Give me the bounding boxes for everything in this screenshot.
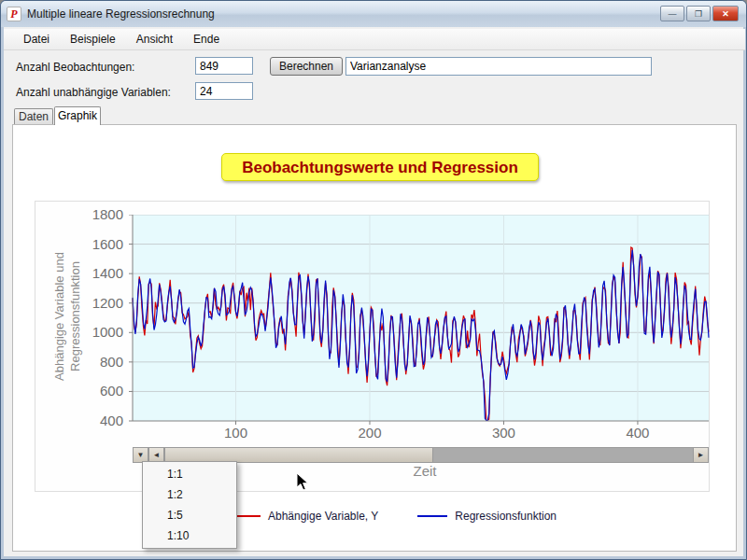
variables-input[interactable] [195, 82, 253, 100]
legend-label-regression: Regressionsfunktion [455, 510, 557, 523]
tab-daten[interactable]: Daten [14, 108, 53, 124]
chart-title: Beobachtungswerte und Regression [221, 153, 539, 181]
chart-plot [127, 215, 711, 427]
zoom-menu-item[interactable]: 1:5 [143, 505, 236, 525]
observations-label: Anzahl Beobachtungen: [16, 61, 134, 74]
menubar: Datei Beispiele Ansicht Ende [4, 29, 745, 50]
maximize-button[interactable]: ❐ [686, 6, 711, 21]
y-axis-label: Abhängige Variable und Regressionsfunkti… [51, 195, 83, 438]
window-title: Multiple lineare Regressionsrechnung [27, 7, 215, 21]
x-axis-title: Zeit [378, 463, 472, 479]
close-button[interactable]: ✕ [712, 6, 739, 21]
zoom-menu-item[interactable]: 1:2 [143, 484, 236, 505]
analysis-input[interactable] [345, 57, 652, 76]
app-icon: P [7, 7, 21, 21]
mouse-cursor [296, 472, 311, 497]
zoom-scale-menu: 1:11:21:51:10 [142, 461, 237, 549]
legend-line-regression [417, 515, 447, 517]
zoom-menu-item[interactable]: 1:1 [143, 464, 236, 484]
menu-item-beispiele[interactable]: Beispiele [60, 30, 126, 49]
scrollbar-track[interactable] [433, 447, 693, 463]
variables-label: Anzahl unabhängige Variablen: [16, 86, 171, 99]
chart-legend: Abhängige Variable, Y Regressionsfunktio… [231, 510, 557, 523]
app-window: P Multiple lineare Regressionsrechnung —… [0, 0, 747, 560]
calculate-button[interactable]: Berechnen [270, 57, 343, 76]
graphik-tab-panel: Beobachtungswerte und Regression Abhängi… [12, 124, 737, 552]
menu-item-datei[interactable]: Datei [13, 30, 60, 49]
zoom-menu-item[interactable]: 1:10 [143, 525, 236, 546]
minimize-button[interactable]: — [660, 6, 684, 21]
legend-label-observations: Abhängige Variable, Y [268, 510, 378, 523]
menu-item-ansicht[interactable]: Ansicht [126, 30, 183, 49]
tab-graphik[interactable]: Graphik [54, 106, 101, 125]
menu-item-ende[interactable]: Ende [183, 30, 230, 49]
titlebar[interactable]: P Multiple lineare Regressionsrechnung —… [1, 1, 746, 27]
observations-input[interactable] [195, 57, 253, 75]
scroll-right-icon[interactable]: ► [693, 447, 709, 463]
